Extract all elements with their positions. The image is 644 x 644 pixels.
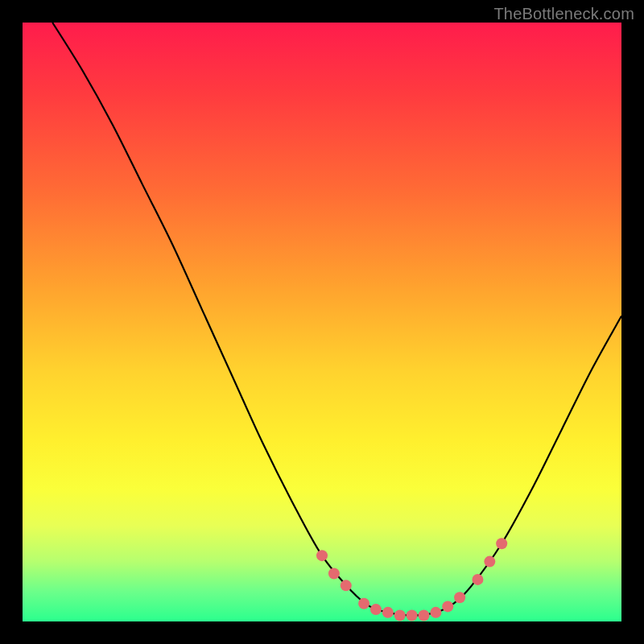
highlight-point [484,556,495,568]
highlight-point [418,610,429,621]
highlight-point [430,607,441,618]
highlight-point [341,580,352,591]
highlighted-points-group [316,538,507,621]
highlight-point [382,607,394,618]
highlight-point [316,550,328,561]
highlight-point [496,538,507,549]
highlight-point [442,601,453,612]
highlight-point [370,604,382,615]
highlight-point [407,610,418,621]
watermark-text: TheBottleneck.com [493,5,634,23]
highlight-point [358,598,369,609]
chart-svg [23,23,621,621]
bottleneck-curve [52,23,621,616]
highlight-point [472,574,483,585]
chart-frame: TheBottleneck.com [0,0,644,644]
highlight-point [454,592,465,603]
plot-area [23,23,621,621]
highlight-point [394,610,406,621]
highlight-point [328,568,340,579]
